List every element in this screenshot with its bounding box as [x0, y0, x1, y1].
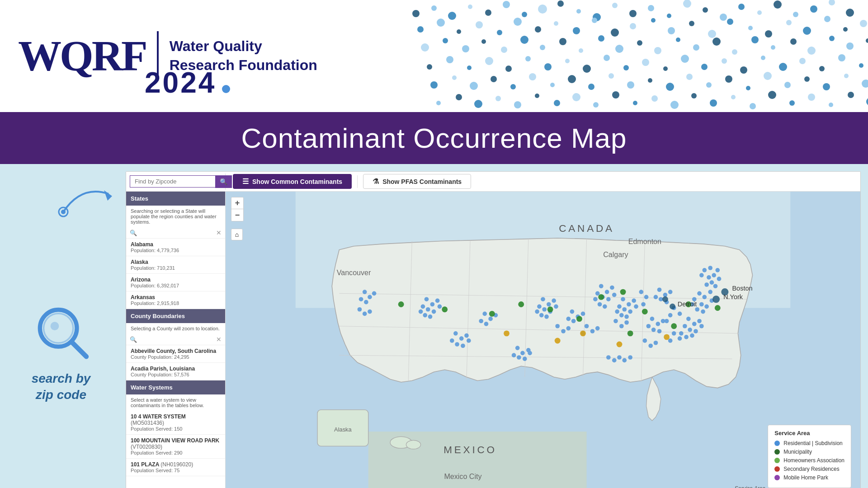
year-text: 2024 [145, 66, 216, 99]
svg-point-1 [431, 5, 437, 11]
svg-text:CANADA: CANADA [559, 223, 614, 234]
svg-point-332 [712, 296, 720, 303]
sidebar[interactable]: States Searching or selecting a State wi… [126, 192, 226, 488]
svg-point-104 [588, 84, 594, 90]
svg-point-115 [804, 76, 810, 82]
svg-point-90 [761, 56, 765, 60]
svg-point-259 [372, 291, 377, 296]
svg-point-236 [464, 333, 469, 338]
svg-point-286 [665, 319, 669, 324]
svg-point-290 [585, 324, 589, 328]
svg-point-39 [689, 21, 694, 26]
svg-point-175 [702, 295, 707, 300]
show-pfas-contaminants-button[interactable]: ⚗ Show PFAS Contaminants [363, 174, 471, 189]
svg-text:Vancouver: Vancouver [337, 268, 371, 277]
svg-point-178 [699, 302, 704, 307]
svg-point-186 [697, 319, 702, 324]
states-search-input[interactable] [137, 230, 216, 236]
svg-text:Mexico City: Mexico City [444, 472, 481, 480]
svg-point-163 [406, 440, 420, 449]
legend-dot-homeowners [774, 458, 780, 463]
map-home-button[interactable]: ⌂ [231, 229, 243, 240]
state-name-arizona: Arizona [131, 277, 221, 283]
water-item-100mtn[interactable]: 100 MOUNTAIN VIEW ROAD PARK (VT0020830) … [126, 435, 225, 459]
svg-point-238 [455, 342, 459, 347]
svg-point-188 [688, 328, 692, 332]
legend-label-homeowners: Homeowners Association [783, 457, 844, 464]
svg-point-2 [448, 12, 456, 20]
map-area[interactable]: Alaska [226, 192, 860, 488]
svg-point-276 [628, 355, 632, 360]
header-dots-decoration [326, 0, 868, 112]
svg-point-257 [363, 290, 367, 294]
svg-point-217 [537, 304, 542, 309]
svg-point-54 [520, 36, 528, 44]
svg-point-334 [662, 296, 668, 302]
zipcode-search-area: 🔍 [126, 174, 226, 190]
county-item-abbeville[interactable]: Abbeville County, South Carolina County … [126, 345, 225, 363]
svg-point-96 [430, 81, 438, 89]
svg-point-258 [368, 295, 372, 300]
legend-title: Service Area [774, 430, 844, 436]
svg-point-21 [793, 12, 798, 17]
svg-point-303 [643, 338, 647, 343]
county-clear-button[interactable]: ✕ [216, 336, 222, 343]
svg-text:N.York: N.York [723, 293, 743, 300]
water-item-101plaza[interactable]: 101 PLAZA (NH0196020) Population Served:… [126, 459, 225, 476]
svg-point-69 [807, 47, 816, 55]
svg-point-89 [740, 66, 747, 74]
svg-point-114 [784, 82, 791, 88]
svg-point-224 [425, 297, 429, 301]
svg-point-91 [779, 63, 787, 71]
county-pop-abbeville: County Population: 24,295 [131, 354, 221, 360]
svg-point-320 [617, 342, 623, 347]
svg-point-71 [846, 42, 854, 50]
state-item-arizona[interactable]: Arizona Population: 6,392,017 [126, 274, 225, 291]
zoom-in-button[interactable]: + [231, 197, 243, 209]
county-item-acadia[interactable]: Acadia Parish, Louisiana County Populati… [126, 363, 225, 380]
svg-point-199 [606, 297, 611, 301]
svg-point-4 [485, 9, 491, 16]
svg-point-297 [613, 319, 618, 324]
legend-dot-mobile [774, 475, 780, 480]
state-pop-alaska: Population: 710,231 [131, 265, 221, 271]
svg-text:MEXICO: MEXICO [443, 444, 497, 455]
state-item-alaska[interactable]: Alaska Population: 710,231 [126, 256, 225, 274]
svg-point-103 [568, 75, 576, 83]
svg-point-249 [581, 312, 585, 316]
show-common-contaminants-button[interactable]: ☰ Show Common Contaminants [233, 174, 352, 189]
toolbar-divider [357, 175, 358, 188]
state-name-arkansas: Arkansas [131, 294, 221, 300]
svg-point-44 [786, 20, 792, 25]
svg-point-315 [715, 305, 721, 311]
svg-point-99 [491, 76, 497, 82]
states-clear-button[interactable]: ✕ [216, 229, 222, 236]
water-item-104[interactable]: 10 4 WATER SYSTEM (MO5031436) Population… [126, 411, 225, 435]
state-item-alabama[interactable]: Alabama Population: 4,779,736 [126, 239, 225, 256]
org-name-line1: Water Quality [170, 37, 317, 56]
zoom-out-button[interactable]: − [231, 209, 243, 221]
svg-point-130 [651, 95, 658, 102]
county-name-abbeville: Abbeville County, South Carolina [131, 348, 221, 354]
zipcode-input[interactable] [130, 175, 215, 188]
svg-point-207 [617, 304, 622, 309]
county-search-input[interactable] [137, 336, 216, 343]
svg-point-203 [603, 304, 607, 309]
svg-point-68 [790, 38, 797, 45]
svg-point-62 [676, 38, 680, 42]
svg-point-227 [421, 304, 425, 309]
svg-point-64 [712, 38, 721, 46]
svg-text:Detroit: Detroit [678, 300, 697, 308]
svg-point-170 [717, 277, 722, 281]
svg-point-311 [518, 301, 524, 307]
svg-point-93 [819, 66, 825, 71]
common-contaminants-label: Show Common Contaminants [252, 178, 342, 185]
svg-point-262 [358, 307, 362, 312]
state-item-arkansas[interactable]: Arkansas Population: 2,915,918 [126, 291, 225, 309]
svg-point-246 [657, 329, 662, 333]
svg-point-117 [844, 74, 849, 78]
states-section-header: States [126, 192, 225, 206]
legend-item-residential: Residential | Subdivision [774, 440, 844, 446]
svg-point-12 [629, 10, 637, 17]
svg-point-233 [428, 314, 433, 319]
